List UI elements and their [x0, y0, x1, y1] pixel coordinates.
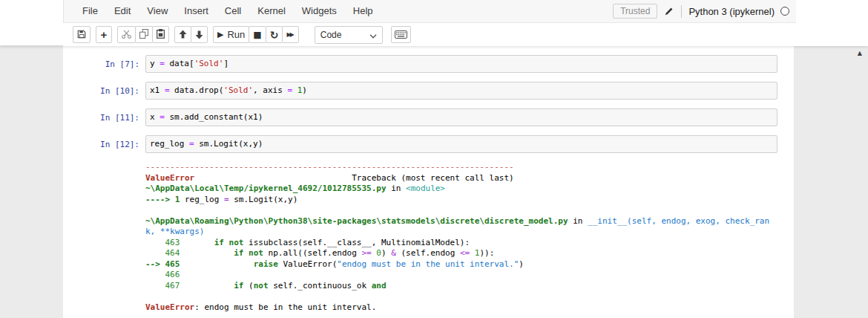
- cell-input[interactable]: reg_log = sm.Logit(x,y): [145, 135, 777, 153]
- restart-kernel-button[interactable]: ↻: [266, 26, 283, 43]
- cell-input[interactable]: x1 = data.drop('Sold', axis = 1): [145, 82, 777, 100]
- arrow-down-icon: [195, 30, 203, 39]
- traceback-line: ~\AppData\Roaming\Python\Python38\site-p…: [145, 216, 786, 227]
- plus-icon: +: [101, 29, 108, 40]
- cut-cells-button[interactable]: [117, 26, 136, 43]
- add-cell-button[interactable]: +: [96, 26, 112, 43]
- traceback-line: ValueError: endog must be in the unit in…: [145, 302, 786, 314]
- scroll-up-icon[interactable]: ▲: [858, 50, 862, 56]
- menu-items: File Edit View Insert Cell Kernel Widget…: [64, 0, 381, 22]
- trusted-badge[interactable]: Trusted: [613, 4, 657, 19]
- command-palette-button[interactable]: [391, 26, 411, 43]
- menu-cell[interactable]: Cell: [217, 0, 249, 22]
- code-cell: In [7]: y = data['Sold']: [63, 55, 794, 73]
- interrupt-kernel-button[interactable]: ■: [249, 26, 266, 43]
- traceback-line: k, **kwargs): [145, 227, 786, 238]
- code-cell: In [12]: reg_log = sm.Logit(x,y): [63, 135, 794, 153]
- menu-file[interactable]: File: [74, 0, 106, 22]
- kernel-name[interactable]: Python 3 (ipykernel): [688, 6, 775, 17]
- stop-icon: ■: [253, 30, 261, 39]
- scissors-icon: [122, 28, 131, 42]
- traceback-line: [145, 205, 786, 216]
- cell-prompt: In [12]:: [63, 135, 145, 153]
- menu-view[interactable]: View: [139, 0, 176, 22]
- menu-edit[interactable]: Edit: [106, 0, 139, 22]
- toolbar: +: [63, 23, 868, 46]
- floppy-icon: [77, 28, 86, 42]
- cell-prompt: In [10]:: [63, 82, 145, 100]
- kernel-idle-icon: [780, 7, 789, 16]
- kernel-status-area: Trusted Python 3 (ipykernel): [613, 4, 796, 19]
- traceback-line: 467 if (not self._continuous_ok and: [145, 281, 786, 292]
- traceback-line: 466: [145, 270, 786, 281]
- move-cell-down-button[interactable]: [191, 26, 208, 43]
- copy-icon: [139, 28, 148, 42]
- cell-input[interactable]: y = data['Sold']: [145, 55, 777, 73]
- traceback-line: --> 465 raise ValueError("endog must be …: [145, 259, 786, 270]
- traceback-line: ----> 1 reg_log = sm.Logit(x,y): [145, 195, 786, 206]
- notebook-container: In [7]: y = data['Sold'] In [10]: x1 = d…: [63, 46, 794, 318]
- chevron-down-icon: [369, 28, 377, 42]
- save-button[interactable]: [73, 26, 91, 43]
- traceback-line: ----------------------------------------…: [145, 162, 786, 173]
- error-traceback-output: ----------------------------------------…: [63, 162, 794, 313]
- move-cell-up-button[interactable]: [174, 26, 191, 43]
- traceback-line: 464 if not np.all((self.endog >= 0) & (s…: [145, 248, 786, 259]
- run-button[interactable]: ▶ Run: [213, 26, 249, 43]
- traceback-line: [145, 291, 786, 302]
- run-label: Run: [227, 29, 245, 40]
- menu-bar: File Edit View Insert Cell Kernel Widget…: [63, 0, 868, 23]
- menu-kernel[interactable]: Kernel: [249, 0, 294, 22]
- notebook-header: File Edit View Insert Cell Kernel Widget…: [0, 0, 868, 46]
- cell-prompt: In [11]:: [63, 108, 145, 126]
- restart-run-all-button[interactable]: ▶▶: [282, 26, 298, 43]
- cell-type-value: Code: [320, 30, 369, 40]
- menu-strip: File Edit View Insert Cell Kernel Widget…: [63, 0, 796, 23]
- keyboard-icon: [395, 28, 407, 42]
- arrow-up-icon: [179, 28, 187, 42]
- paste-cells-button[interactable]: [152, 26, 169, 43]
- restart-icon: ↻: [270, 30, 279, 40]
- copy-cells-button[interactable]: [135, 26, 153, 43]
- menu-help[interactable]: Help: [345, 0, 381, 22]
- pencil-icon[interactable]: [665, 7, 674, 16]
- cell-input[interactable]: x = sm.add_constant(x1): [145, 108, 777, 126]
- code-cell: In [11]: x = sm.add_constant(x1): [63, 108, 794, 126]
- code-cell: In [10]: x1 = data.drop('Sold', axis = 1…: [63, 82, 794, 100]
- traceback-line: 463 if not issubclass(self.__class__, Mu…: [145, 238, 786, 249]
- notebook-body: In [7]: y = data['Sold'] In [10]: x1 = d…: [0, 46, 868, 318]
- traceback-line: ValueError Traceback (most recent call l…: [145, 173, 786, 184]
- fast-forward-icon: ▶▶: [286, 31, 294, 38]
- menu-insert[interactable]: Insert: [176, 0, 217, 22]
- cell-type-select[interactable]: Code: [315, 26, 383, 44]
- play-icon: ▶: [217, 30, 223, 39]
- traceback-line: ~\AppData\Local\Temp/ipykernel_4692/1012…: [145, 184, 786, 195]
- status-divider: [681, 5, 682, 18]
- paste-icon: [157, 28, 165, 42]
- jupyter-notebook-window: File Edit View Insert Cell Kernel Widget…: [0, 0, 868, 318]
- menu-widgets[interactable]: Widgets: [294, 0, 345, 22]
- cell-prompt: In [7]:: [63, 55, 145, 73]
